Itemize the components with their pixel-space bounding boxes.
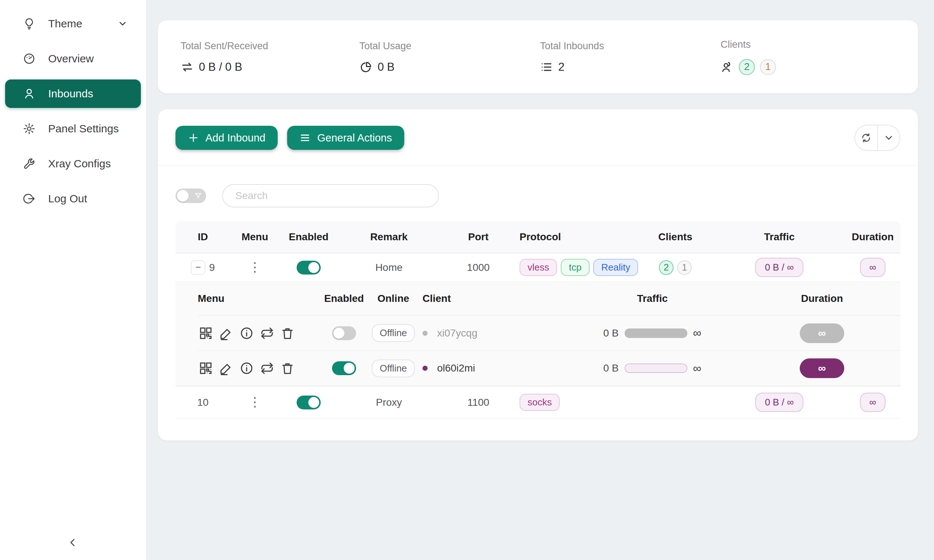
inbound-id: 9 xyxy=(209,262,215,274)
gear-icon xyxy=(23,122,36,135)
refresh-options-button[interactable] xyxy=(878,125,900,150)
row-menu-button[interactable] xyxy=(252,395,258,410)
stat-label: Total Usage xyxy=(359,40,540,52)
column-header-id: ID xyxy=(176,231,230,243)
stat-total-sent-received: Total Sent/Received 0 B / 0 B xyxy=(180,40,359,74)
sidebar-item-log-out[interactable]: Log Out xyxy=(5,185,141,213)
list-icon xyxy=(540,60,553,74)
sidebar-item-panel-settings[interactable]: Panel Settings xyxy=(5,114,141,143)
add-inbound-button[interactable]: Add Inbound xyxy=(176,126,277,150)
sidebar-item-theme[interactable]: Theme xyxy=(5,9,141,38)
trash-icon[interactable] xyxy=(279,360,296,376)
sidebar-item-label: Inbounds xyxy=(48,88,128,100)
client-enabled-toggle[interactable] xyxy=(332,361,356,375)
inbound-id: 10 xyxy=(197,397,208,408)
plus-icon xyxy=(188,132,199,143)
filter-toggle[interactable] xyxy=(176,188,206,203)
refresh-button[interactable] xyxy=(855,125,877,150)
sidebar-item-inbounds[interactable]: Inbounds xyxy=(5,80,141,108)
pie-chart-icon xyxy=(359,60,373,74)
row-menu-button[interactable] xyxy=(252,260,258,275)
sidebar-item-label: Panel Settings xyxy=(48,123,128,135)
info-circle-icon[interactable] xyxy=(239,360,255,376)
stat-value: 0 B xyxy=(378,60,395,74)
protocol-tag-socks: socks xyxy=(519,394,559,411)
column-header-port: Port xyxy=(440,231,516,243)
clients-inactive-badge: 1 xyxy=(677,260,692,275)
column-header-remark: Remark xyxy=(338,231,440,243)
collapse-row-button[interactable]: − xyxy=(191,260,205,275)
sidebar: Theme Overview Inbounds Panel Settings xyxy=(0,0,146,560)
protocol-tag-tcp: tcp xyxy=(561,259,590,276)
table-row-inbound-10: 10 Proxy 1100 socks 0 B / ∞ ∞ xyxy=(176,386,900,418)
column-header-menu: Menu xyxy=(198,293,324,305)
inbound-port: 1000 xyxy=(440,262,516,274)
general-actions-label: General Actions xyxy=(317,132,392,144)
toggle-knob xyxy=(308,262,319,273)
column-header-traffic: Traffic xyxy=(561,293,744,305)
qr-code-icon[interactable] xyxy=(198,360,214,376)
trash-icon[interactable] xyxy=(279,325,296,341)
repeat-icon[interactable] xyxy=(259,325,275,341)
stat-label: Clients xyxy=(721,39,918,50)
person-icon xyxy=(23,87,36,100)
traffic-used: 0 B xyxy=(603,328,619,339)
inbound-enabled-toggle[interactable] xyxy=(297,261,321,275)
stat-total-usage: Total Usage 0 B xyxy=(359,40,540,74)
expanded-clients-section: Menu Enabled Online Client Traffic Durat… xyxy=(176,282,900,386)
column-header-enabled: Enabled xyxy=(279,231,338,243)
clients-inactive-badge: 1 xyxy=(760,59,776,75)
client-row-ol60i2mi: Offline ol60i2mi 0 B ∞ ∞ xyxy=(198,351,900,386)
online-status-badge: Offline xyxy=(372,324,415,342)
traffic-used: 0 B xyxy=(603,362,619,374)
stat-clients: Clients 2 1 xyxy=(721,39,918,75)
column-header-online: Online xyxy=(364,293,422,305)
duration-pill: ∞ xyxy=(800,323,844,343)
traffic-progress-bar xyxy=(624,328,687,338)
column-header-duration: Duration xyxy=(744,293,900,305)
client-name: xi07ycqg xyxy=(437,328,478,339)
filter-funnel-icon xyxy=(194,192,202,200)
client-status-dot xyxy=(422,366,428,371)
sidebar-item-xray-configs[interactable]: Xray Configs xyxy=(5,149,141,178)
column-header-protocol: Protocol xyxy=(516,231,637,243)
repeat-icon[interactable] xyxy=(259,360,275,376)
sidebar-item-label: Overview xyxy=(48,52,128,65)
duration-pill: ∞ xyxy=(860,258,886,277)
sidebar-item-label: Theme xyxy=(48,17,105,30)
table-row-inbound-9: − 9 Home 1000 vless tcp Reality 2 xyxy=(176,253,900,282)
wrench-icon xyxy=(23,157,36,170)
general-actions-button[interactable]: General Actions xyxy=(287,126,404,150)
protocol-tag-vless: vless xyxy=(519,259,557,276)
client-enabled-toggle[interactable] xyxy=(332,326,356,340)
sidebar-item-overview[interactable]: Overview xyxy=(5,45,141,73)
table-header-row: ID Menu Enabled Remark Port Protocol Cli… xyxy=(176,221,900,253)
swap-arrows-icon xyxy=(180,60,194,74)
dashboard-icon xyxy=(23,52,36,65)
sidebar-collapse-button[interactable] xyxy=(65,534,81,551)
inbound-enabled-toggle[interactable] xyxy=(297,395,321,409)
search-input[interactable] xyxy=(222,184,439,208)
info-circle-icon[interactable] xyxy=(239,325,255,341)
toggle-knob xyxy=(333,328,344,339)
qr-code-icon[interactable] xyxy=(198,325,214,341)
chevron-down-icon xyxy=(883,132,894,143)
hamburger-menu-icon xyxy=(299,132,310,143)
clients-active-badge: 2 xyxy=(659,260,674,275)
traffic-progress-bar xyxy=(624,363,687,373)
clients-table-header-row: Menu Enabled Online Client Traffic Durat… xyxy=(198,282,900,316)
column-header-client: Client xyxy=(422,293,561,305)
search-row xyxy=(158,166,918,221)
stat-label: Total Inbounds xyxy=(540,40,721,52)
people-icon xyxy=(721,60,734,74)
sidebar-item-label: Log Out xyxy=(48,192,128,205)
inbound-remark: Home xyxy=(338,262,440,274)
edit-pencil-icon[interactable] xyxy=(218,325,234,341)
client-status-dot xyxy=(422,331,428,336)
duration-pill: ∞ xyxy=(860,393,886,412)
stat-value: 2 xyxy=(558,60,564,74)
inbound-remark: Proxy xyxy=(338,397,440,408)
traffic-pill: 0 B / ∞ xyxy=(755,258,803,277)
edit-pencil-icon[interactable] xyxy=(218,360,234,376)
toggle-knob xyxy=(344,363,354,374)
